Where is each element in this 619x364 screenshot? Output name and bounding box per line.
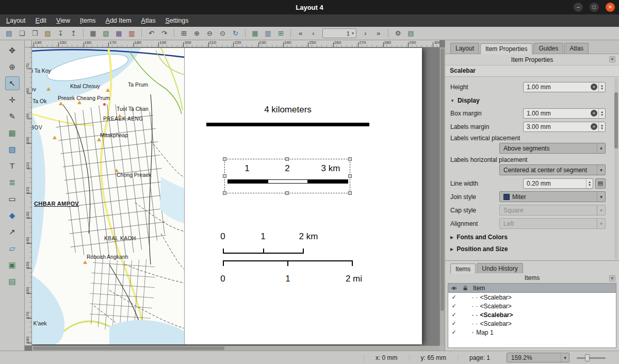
zoom-in-icon[interactable]: ⊕ [191,28,203,39]
cap-style-combo[interactable]: Square ▾ [499,205,606,216]
alignment-combo[interactable]: Left ▾ [499,218,606,229]
atlas-prev-icon[interactable]: ‹ [307,28,319,39]
zoom-full-icon[interactable]: ⊞ [178,28,190,39]
close-button[interactable]: ✕ [606,3,615,12]
zoom-out-icon[interactable]: ⊖ [204,28,216,39]
add-label-tool-icon[interactable]: T [5,159,20,173]
spinner-arrows[interactable]: ▴▾ [598,122,605,131]
menu-item-settings[interactable]: Settings [165,17,188,24]
item-row[interactable]: ✓▫Map 1 [448,328,616,337]
selection-handle[interactable] [285,191,289,195]
visibility-checkbox[interactable]: ✓ [448,320,460,327]
clear-value-icon[interactable]: ✕ [591,84,597,90]
tab-layout[interactable]: Layout [450,43,479,54]
canvas-horizontal-scrollbar[interactable] [32,345,439,351]
add-map-tool-icon[interactable]: ▦ [5,126,20,140]
selection-handle[interactable] [285,157,289,161]
item-row[interactable]: ✓- -<Scalebar> [448,293,616,302]
selection-handle[interactable] [348,157,352,161]
atlas-settings-icon[interactable]: ⚙ [392,28,404,39]
menu-item-edit[interactable]: Edit [36,17,47,24]
select-move-item-tool-icon[interactable]: ↖ [5,76,20,90]
maximize-button[interactable]: ▢ [590,3,599,12]
item-row[interactable]: ✓- -<Scalebar> [448,319,616,328]
edit-nodes-tool-icon[interactable]: ✎ [5,109,20,123]
add-html-tool-icon[interactable]: ▣ [5,258,20,272]
position-size-section-header[interactable]: ▶ Position and Size [450,245,606,253]
new-layout-icon[interactable]: ❏ [16,28,28,39]
print-icon[interactable]: ▦ [87,28,99,39]
tab-guides[interactable]: Guides [533,43,563,54]
fonts-colors-section-header[interactable]: ▶ Fonts and Colors [450,234,606,241]
move-item-content-tool-icon[interactable]: ✛ [5,93,20,107]
selection-handle[interactable] [348,191,352,195]
add-shape-tool-icon[interactable]: ◆ [5,208,20,222]
menu-item-items[interactable]: Items [80,17,96,24]
spinner-arrows[interactable]: ▴▾ [586,179,593,188]
duplicate-layout-icon[interactable]: ❐ [29,28,41,39]
minimize-button[interactable]: – [574,3,583,12]
selection-handle[interactable] [223,191,226,195]
snap-guides-icon[interactable]: ▥ [262,28,274,39]
labels-margin-spinbox[interactable]: 3.00 mm ✕ ▴▾ [523,122,606,132]
slider-thumb[interactable] [585,354,590,361]
load-template-icon[interactable]: ↥ [68,28,79,39]
add-node-item-tool-icon[interactable]: ▱ [5,241,20,255]
layout-manager-icon[interactable]: ▨ [42,28,54,39]
visibility-checkbox[interactable]: ✓ [448,303,460,309]
tab-undo-history[interactable]: Undo History [477,263,523,273]
item-row[interactable]: ✓- -<Scalebar> [448,302,616,310]
zoom-level-combo[interactable]: 159.2% ▾ [507,353,569,362]
dock-close-icon[interactable]: ✕ [609,56,615,62]
scrollbar-thumb[interactable] [441,48,444,311]
properties-scrollbar[interactable] [614,78,618,259]
menu-item-layout[interactable]: Layout [6,17,26,24]
atlas-page-combo[interactable]: 1▾ [322,28,356,38]
atlas-first-icon[interactable]: « [295,28,306,39]
clear-value-icon[interactable]: ✕ [591,123,597,130]
height-spinbox[interactable]: 1.00 mm ✕ ▴▾ [523,82,606,92]
atlas-last-icon[interactable]: » [372,28,384,39]
tab-item-properties[interactable]: Item Properties [480,43,532,54]
selection-handle[interactable] [223,157,226,161]
show-grid-icon[interactable]: ▦ [249,28,261,39]
scrollbar-thumb[interactable] [33,346,224,350]
export-svg-icon[interactable]: ▩ [113,28,125,39]
export-pdf-icon[interactable]: ▥ [126,28,138,39]
labels-vertical-placement-combo[interactable]: Above segments ▾ [499,143,606,154]
visibility-checkbox[interactable]: ✓ [448,294,460,301]
undo-icon[interactable]: ↶ [145,28,157,39]
save-project-icon[interactable]: ▤ [3,28,15,39]
selection-handle[interactable] [223,174,226,178]
add-table-tool-icon[interactable]: ▤ [5,274,20,288]
pan-tool-icon[interactable]: ✥ [5,43,20,57]
export-image-icon[interactable]: ▧ [100,28,112,39]
dock-close-icon[interactable]: ✕ [609,275,615,282]
labels-horizontal-placement-combo[interactable]: Centered at center of segment ▾ [499,164,606,175]
add-pages-icon[interactable]: ⊞ [275,28,287,39]
tab-items[interactable]: Items [450,263,476,274]
data-defined-override-button[interactable]: ▤ [595,178,606,189]
add-scalebar-tool-icon[interactable]: ▭ [5,192,20,206]
refresh-view-icon[interactable]: ↻ [230,28,241,39]
item-row[interactable]: ✓- -<Scalebar> [448,310,616,319]
zoom-slider[interactable] [577,354,606,362]
spinner-arrows[interactable]: ▴▾ [598,109,605,118]
add-arrow-tool-icon[interactable]: ↗ [5,225,20,239]
box-margin-spinbox[interactable]: 1.00 mm ✕ ▴▾ [523,108,606,119]
save-as-template-icon[interactable]: ↧ [55,28,67,39]
line-width-spinbox[interactable]: 0.20 mm ▴▾ [523,178,593,189]
add-legend-tool-icon[interactable]: ≣ [5,175,20,189]
tab-atlas[interactable]: Atlas [564,43,589,54]
menu-item-atlas[interactable]: Atlas [141,17,156,24]
menu-item-view[interactable]: View [56,17,70,24]
map-item[interactable]: dei Ta KoySbovvay Ta OkKbal ChrouyTa Pru… [32,48,185,344]
display-section-header[interactable]: ▼ Display [450,97,606,104]
layout-page[interactable]: dei Ta KoySbovvay Ta OkKbal ChrouyTa Pru… [32,48,422,344]
clear-value-icon[interactable]: ✕ [591,110,597,117]
atlas-next-icon[interactable]: › [360,28,371,39]
spinner-arrows[interactable]: ▴▾ [598,82,605,92]
join-style-combo[interactable]: Miter ▾ [499,191,606,202]
scrollbar-thumb[interactable] [614,92,618,148]
canvas-vertical-scrollbar[interactable] [439,47,445,345]
